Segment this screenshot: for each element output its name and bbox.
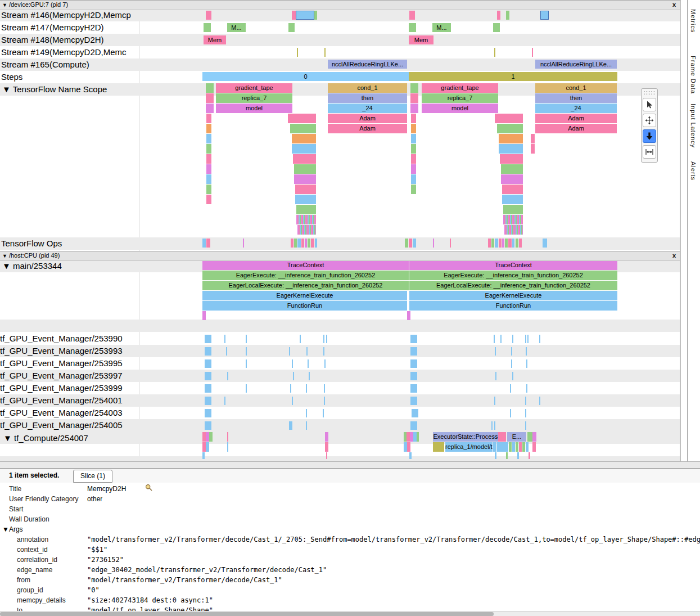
trace-slice[interactable] xyxy=(543,239,547,248)
trace-slice[interactable] xyxy=(325,432,328,442)
trace-slice[interactable] xyxy=(522,442,525,452)
trace-slice[interactable] xyxy=(325,442,328,452)
args-section-header[interactable]: ▼Args xyxy=(0,524,700,534)
trace-slice[interactable] xyxy=(525,335,526,343)
collapse-arrow-icon[interactable]: ▼ xyxy=(2,253,7,259)
slice-replica-7[interactable]: replica_7 xyxy=(422,93,498,103)
slice-functionrun[interactable]: FunctionRun xyxy=(202,301,407,311)
trace-slice[interactable] xyxy=(519,239,522,248)
slice-model[interactable]: model xyxy=(422,104,498,113)
trace-slice[interactable] xyxy=(526,347,527,356)
trace-slice[interactable] xyxy=(205,347,211,356)
scroll-up-arrow-icon[interactable]: ▲ xyxy=(680,84,681,91)
track-label[interactable]: ▼ tf_Compute/254007 xyxy=(3,432,88,444)
tab-slice[interactable]: Slice (1) xyxy=(73,470,112,483)
trace-slice[interactable] xyxy=(410,335,417,343)
trace-slice[interactable] xyxy=(494,335,495,343)
trace-slice[interactable] xyxy=(205,397,211,405)
slice-tracecontext[interactable]: TraceContext xyxy=(202,260,409,270)
trace-slice[interactable] xyxy=(292,11,296,20)
trace-slice[interactable] xyxy=(525,409,526,417)
trace-slice[interactable] xyxy=(206,442,209,452)
trace-slice[interactable] xyxy=(526,384,527,393)
trace-slice[interactable] xyxy=(204,23,211,32)
trace-slice[interactable] xyxy=(311,239,314,248)
trace-slice[interactable] xyxy=(227,372,228,380)
trace-slice[interactable] xyxy=(288,23,295,32)
trace-slice[interactable] xyxy=(296,215,316,224)
trace-slice[interactable] xyxy=(206,144,211,154)
trace-slice[interactable] xyxy=(512,239,514,248)
trace-slice[interactable] xyxy=(297,239,301,248)
slice-model[interactable]: model xyxy=(216,104,292,113)
trace-slice[interactable] xyxy=(504,225,523,235)
trace-slice[interactable] xyxy=(411,114,416,123)
trace-slice[interactable] xyxy=(505,239,508,248)
slice-then[interactable]: then xyxy=(535,93,617,103)
trace-slice[interactable] xyxy=(205,372,211,380)
trace-slice[interactable] xyxy=(296,11,314,20)
slice-1[interactable]: 1 xyxy=(409,72,617,81)
trace-slice[interactable] xyxy=(499,239,502,248)
panel-splitter[interactable] xyxy=(0,461,700,469)
trace-slice[interactable] xyxy=(294,239,297,248)
trace-slice[interactable] xyxy=(511,347,512,356)
slice-gradient-tape[interactable]: gradient_tape xyxy=(422,83,498,93)
trace-slice[interactable] xyxy=(324,48,326,57)
trace-slice[interactable] xyxy=(499,144,523,154)
trace-slice[interactable] xyxy=(433,239,434,248)
slice-24[interactable]: _24 xyxy=(328,104,407,113)
trace-slice[interactable] xyxy=(525,397,526,405)
trace-slice[interactable] xyxy=(512,372,513,380)
trace-slice[interactable] xyxy=(292,397,293,405)
trace-slice[interactable] xyxy=(498,432,506,442)
trace-slice[interactable] xyxy=(326,452,327,459)
trace-slice[interactable] xyxy=(409,23,416,32)
trace-slice[interactable] xyxy=(529,452,530,459)
trace-slice[interactable] xyxy=(526,442,529,452)
slice-eagerkernelexecute[interactable]: EagerKernelExecute xyxy=(202,291,407,300)
trace-slice[interactable] xyxy=(209,432,213,442)
trace-slice[interactable] xyxy=(224,335,225,343)
trace-slice[interactable] xyxy=(246,347,247,356)
trace-slice[interactable] xyxy=(206,124,211,133)
palette-drag-grip[interactable] xyxy=(644,91,655,96)
trace-slice[interactable] xyxy=(412,409,418,417)
tab-input-latency[interactable]: Input Latency xyxy=(690,104,697,148)
trace-slice[interactable] xyxy=(206,83,214,93)
trace-slice[interactable] xyxy=(497,124,523,133)
trace-slice[interactable] xyxy=(499,134,523,143)
trace-slice[interactable] xyxy=(227,432,228,442)
trace-slice[interactable] xyxy=(527,432,532,442)
trace-slice[interactable] xyxy=(508,239,512,248)
scroll-down-arrow-icon[interactable]: ▼ xyxy=(680,453,681,461)
trace-slice[interactable] xyxy=(516,239,518,248)
trace-slice[interactable] xyxy=(491,239,494,248)
trace-slice[interactable] xyxy=(409,11,415,20)
trace-slice[interactable] xyxy=(324,384,325,393)
trace-slice[interactable] xyxy=(226,347,227,356)
trace-slice[interactable] xyxy=(309,372,310,380)
trace-slice[interactable] xyxy=(405,239,408,248)
trace-slice[interactable] xyxy=(531,134,535,143)
trace-slice[interactable] xyxy=(407,311,410,320)
slice-eagerexecute-inference-train-f[interactable]: EagerExecute: __inference_train_function… xyxy=(202,271,409,280)
trace-slice[interactable] xyxy=(206,185,211,194)
slice-tracecontext[interactable]: TraceContext xyxy=(409,260,617,270)
trace-slice[interactable] xyxy=(315,239,317,248)
cpu-close-button[interactable]: x xyxy=(672,251,676,260)
trace-slice[interactable] xyxy=(497,442,508,452)
selection-tool-button[interactable] xyxy=(643,98,656,111)
trace-slice[interactable] xyxy=(288,114,316,123)
trace-slice[interactable] xyxy=(301,239,304,248)
slice-executorstate-process[interactable]: ExecutorState::Process xyxy=(433,432,498,442)
slice-gradient-tape[interactable]: gradient_tape xyxy=(216,83,292,93)
trace-slice[interactable] xyxy=(323,409,324,417)
trace-slice[interactable] xyxy=(495,347,496,356)
trace-slice[interactable] xyxy=(512,442,515,452)
trace-slice[interactable] xyxy=(503,215,523,224)
trace-slice[interactable] xyxy=(417,432,419,442)
slice-adam[interactable]: Adam xyxy=(535,124,617,133)
trace-slice[interactable] xyxy=(539,335,540,343)
trace-slice[interactable] xyxy=(526,359,527,368)
